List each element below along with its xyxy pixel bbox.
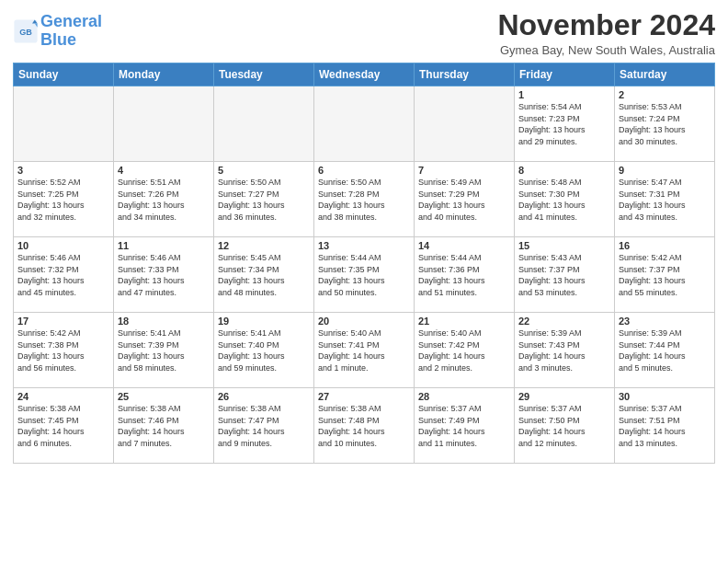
table-row: 8Sunrise: 5:48 AM Sunset: 7:30 PM Daylig… bbox=[515, 162, 615, 237]
title-block: November 2024 Gymea Bay, New South Wales… bbox=[497, 9, 715, 57]
day-info: Sunrise: 5:50 AM Sunset: 7:27 PM Dayligh… bbox=[218, 177, 310, 223]
day-number: 6 bbox=[318, 165, 410, 176]
header: GB General Blue November 2024 Gymea Bay,… bbox=[13, 9, 715, 57]
day-number: 29 bbox=[518, 391, 610, 402]
day-info: Sunrise: 5:54 AM Sunset: 7:23 PM Dayligh… bbox=[518, 101, 610, 147]
day-info: Sunrise: 5:37 AM Sunset: 7:50 PM Dayligh… bbox=[518, 403, 610, 449]
day-info: Sunrise: 5:42 AM Sunset: 7:37 PM Dayligh… bbox=[619, 252, 711, 298]
table-row: 22Sunrise: 5:39 AM Sunset: 7:43 PM Dayli… bbox=[515, 313, 615, 388]
day-info: Sunrise: 5:44 AM Sunset: 7:35 PM Dayligh… bbox=[318, 252, 410, 298]
table-row: 30Sunrise: 5:37 AM Sunset: 7:51 PM Dayli… bbox=[615, 388, 715, 464]
location: Gymea Bay, New South Wales, Australia bbox=[497, 43, 715, 57]
table-row: 10Sunrise: 5:46 AM Sunset: 7:32 PM Dayli… bbox=[14, 237, 114, 313]
table-row: 13Sunrise: 5:44 AM Sunset: 7:35 PM Dayli… bbox=[314, 237, 415, 313]
table-row: 23Sunrise: 5:39 AM Sunset: 7:44 PM Dayli… bbox=[615, 313, 715, 388]
svg-text:GB: GB bbox=[19, 28, 32, 37]
table-row bbox=[415, 86, 515, 162]
table-row: 9Sunrise: 5:47 AM Sunset: 7:31 PM Daylig… bbox=[615, 162, 715, 237]
table-row: 28Sunrise: 5:37 AM Sunset: 7:49 PM Dayli… bbox=[415, 388, 515, 464]
col-sunday: Sunday bbox=[14, 63, 114, 86]
day-number: 5 bbox=[218, 165, 310, 176]
calendar-body: 1Sunrise: 5:54 AM Sunset: 7:23 PM Daylig… bbox=[14, 86, 715, 464]
day-info: Sunrise: 5:50 AM Sunset: 7:28 PM Dayligh… bbox=[318, 177, 410, 223]
day-number: 26 bbox=[218, 391, 310, 402]
day-info: Sunrise: 5:49 AM Sunset: 7:29 PM Dayligh… bbox=[418, 177, 510, 223]
day-info: Sunrise: 5:39 AM Sunset: 7:44 PM Dayligh… bbox=[619, 327, 711, 373]
day-number: 10 bbox=[17, 240, 109, 251]
calendar: Sunday Monday Tuesday Wednesday Thursday… bbox=[13, 63, 715, 464]
day-number: 8 bbox=[518, 165, 610, 176]
day-info: Sunrise: 5:53 AM Sunset: 7:24 PM Dayligh… bbox=[619, 101, 711, 147]
week-row-4: 24Sunrise: 5:38 AM Sunset: 7:45 PM Dayli… bbox=[14, 388, 715, 464]
day-info: Sunrise: 5:51 AM Sunset: 7:26 PM Dayligh… bbox=[118, 177, 210, 223]
day-info: Sunrise: 5:39 AM Sunset: 7:43 PM Dayligh… bbox=[518, 327, 610, 373]
day-number: 9 bbox=[619, 165, 711, 176]
table-row: 3Sunrise: 5:52 AM Sunset: 7:25 PM Daylig… bbox=[14, 162, 114, 237]
table-row: 24Sunrise: 5:38 AM Sunset: 7:45 PM Dayli… bbox=[14, 388, 114, 464]
table-row bbox=[214, 86, 314, 162]
day-number: 1 bbox=[518, 89, 610, 100]
table-row: 21Sunrise: 5:40 AM Sunset: 7:42 PM Dayli… bbox=[415, 313, 515, 388]
day-info: Sunrise: 5:40 AM Sunset: 7:41 PM Dayligh… bbox=[318, 327, 410, 373]
table-row: 12Sunrise: 5:45 AM Sunset: 7:34 PM Dayli… bbox=[214, 237, 314, 313]
col-thursday: Thursday bbox=[415, 63, 515, 86]
day-number: 18 bbox=[118, 316, 210, 327]
day-info: Sunrise: 5:43 AM Sunset: 7:37 PM Dayligh… bbox=[518, 252, 610, 298]
table-row: 6Sunrise: 5:50 AM Sunset: 7:28 PM Daylig… bbox=[314, 162, 415, 237]
day-number: 22 bbox=[518, 316, 610, 327]
col-monday: Monday bbox=[114, 63, 214, 86]
logo-blue: Blue bbox=[40, 30, 76, 49]
day-number: 11 bbox=[118, 240, 210, 251]
logo-text: General Blue bbox=[40, 13, 102, 50]
day-number: 24 bbox=[17, 391, 109, 402]
day-number: 25 bbox=[118, 391, 210, 402]
table-row: 27Sunrise: 5:38 AM Sunset: 7:48 PM Dayli… bbox=[314, 388, 415, 464]
day-info: Sunrise: 5:38 AM Sunset: 7:47 PM Dayligh… bbox=[218, 403, 310, 449]
month-title: November 2024 bbox=[497, 9, 715, 41]
day-number: 19 bbox=[218, 316, 310, 327]
day-number: 28 bbox=[418, 391, 510, 402]
day-number: 13 bbox=[318, 240, 410, 251]
day-info: Sunrise: 5:42 AM Sunset: 7:38 PM Dayligh… bbox=[17, 327, 109, 373]
table-row: 2Sunrise: 5:53 AM Sunset: 7:24 PM Daylig… bbox=[615, 86, 715, 162]
table-row: 5Sunrise: 5:50 AM Sunset: 7:27 PM Daylig… bbox=[214, 162, 314, 237]
day-info: Sunrise: 5:37 AM Sunset: 7:51 PM Dayligh… bbox=[619, 403, 711, 449]
day-number: 20 bbox=[318, 316, 410, 327]
col-saturday: Saturday bbox=[615, 63, 715, 86]
day-number: 23 bbox=[619, 316, 711, 327]
day-info: Sunrise: 5:47 AM Sunset: 7:31 PM Dayligh… bbox=[619, 177, 711, 223]
logo-icon: GB bbox=[13, 18, 39, 44]
day-info: Sunrise: 5:44 AM Sunset: 7:36 PM Dayligh… bbox=[418, 252, 510, 298]
day-number: 12 bbox=[218, 240, 310, 251]
col-friday: Friday bbox=[515, 63, 615, 86]
day-number: 2 bbox=[619, 89, 711, 100]
day-info: Sunrise: 5:41 AM Sunset: 7:40 PM Dayligh… bbox=[218, 327, 310, 373]
logo: GB General Blue bbox=[13, 13, 102, 50]
day-number: 27 bbox=[318, 391, 410, 402]
week-row-2: 10Sunrise: 5:46 AM Sunset: 7:32 PM Dayli… bbox=[14, 237, 715, 313]
week-row-0: 1Sunrise: 5:54 AM Sunset: 7:23 PM Daylig… bbox=[14, 86, 715, 162]
day-number: 21 bbox=[418, 316, 510, 327]
day-info: Sunrise: 5:37 AM Sunset: 7:49 PM Dayligh… bbox=[418, 403, 510, 449]
table-row: 16Sunrise: 5:42 AM Sunset: 7:37 PM Dayli… bbox=[615, 237, 715, 313]
day-info: Sunrise: 5:46 AM Sunset: 7:33 PM Dayligh… bbox=[118, 252, 210, 298]
day-number: 16 bbox=[619, 240, 711, 251]
day-info: Sunrise: 5:46 AM Sunset: 7:32 PM Dayligh… bbox=[17, 252, 109, 298]
day-number: 14 bbox=[418, 240, 510, 251]
day-info: Sunrise: 5:38 AM Sunset: 7:46 PM Dayligh… bbox=[118, 403, 210, 449]
table-row: 29Sunrise: 5:37 AM Sunset: 7:50 PM Dayli… bbox=[515, 388, 615, 464]
table-row: 4Sunrise: 5:51 AM Sunset: 7:26 PM Daylig… bbox=[114, 162, 214, 237]
table-row: 20Sunrise: 5:40 AM Sunset: 7:41 PM Dayli… bbox=[314, 313, 415, 388]
table-row: 26Sunrise: 5:38 AM Sunset: 7:47 PM Dayli… bbox=[214, 388, 314, 464]
logo-general: General bbox=[40, 12, 102, 30]
col-tuesday: Tuesday bbox=[214, 63, 314, 86]
days-row: Sunday Monday Tuesday Wednesday Thursday… bbox=[14, 63, 715, 86]
table-row bbox=[114, 86, 214, 162]
day-number: 4 bbox=[118, 165, 210, 176]
calendar-header: Sunday Monday Tuesday Wednesday Thursday… bbox=[14, 63, 715, 86]
day-info: Sunrise: 5:45 AM Sunset: 7:34 PM Dayligh… bbox=[218, 252, 310, 298]
table-row: 7Sunrise: 5:49 AM Sunset: 7:29 PM Daylig… bbox=[415, 162, 515, 237]
table-row: 15Sunrise: 5:43 AM Sunset: 7:37 PM Dayli… bbox=[515, 237, 615, 313]
day-info: Sunrise: 5:52 AM Sunset: 7:25 PM Dayligh… bbox=[17, 177, 109, 223]
day-info: Sunrise: 5:41 AM Sunset: 7:39 PM Dayligh… bbox=[118, 327, 210, 373]
